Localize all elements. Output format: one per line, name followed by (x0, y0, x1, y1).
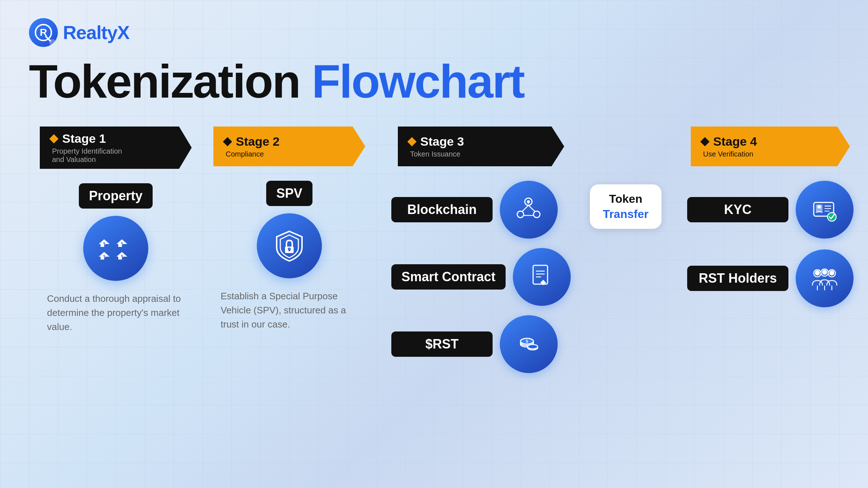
stage-3-rst-row: $RST $ (391, 315, 571, 373)
stage-1-icon: $ $ $ $ (83, 216, 148, 281)
stage-1-badge: Stage 1 Property Identificationand Valua… (40, 127, 192, 169)
stage-3-blockchain-icon: $ (500, 181, 558, 239)
stage-3-badge: Stage 3 Token Issuance (398, 127, 564, 166)
svg-text:$: $ (526, 339, 528, 343)
stage-1-item-label: Property (79, 183, 153, 209)
stage-4-number: Stage 4 (702, 134, 757, 149)
stage-1-column: Stage 1 Property Identificationand Valua… (29, 127, 203, 334)
stage-3-blockchain-row: Blockchain $ (391, 181, 571, 239)
svg-rect-32 (533, 265, 548, 284)
svg-marker-38 (543, 280, 546, 284)
stage-1-description: Conduct a thorough appraisal to determin… (47, 292, 184, 334)
logo-icon: R (29, 18, 58, 47)
logo-text: RealtyX (63, 22, 129, 43)
stage-4-badge: Stage 4 Use Verification (691, 127, 850, 166)
stage-3-smart-contract-row: Smart Contract (391, 248, 571, 306)
token-transfer-bubble: Token Transfer (590, 184, 661, 229)
stage-2-badge: Stage 2 Compliance (213, 127, 365, 166)
stage-3-rst-icon: $ (500, 315, 558, 373)
stage-4-kyc-row: KYC (687, 181, 854, 239)
svg-text:$: $ (121, 254, 123, 257)
stage-1-number: Stage 1 (51, 132, 106, 146)
stage-3-items: Blockchain $ (391, 181, 571, 378)
stage-2-number: Stage 2 (224, 134, 280, 149)
svg-point-23 (288, 248, 290, 250)
logo: R RealtyX (29, 18, 839, 47)
stage-3-column: Stage 3 Token Issuance Blockchain $ (376, 127, 586, 378)
svg-marker-37 (540, 280, 543, 284)
stage-3-blockchain-label: Blockchain (391, 197, 493, 222)
flowchart: Stage 1 Property Identificationand Valua… (29, 127, 839, 378)
stage-3-number: Stage 3 (409, 134, 464, 149)
svg-point-31 (527, 200, 530, 203)
stage-3-smart-contract-label: Smart Contract (391, 264, 506, 290)
svg-point-26 (517, 211, 524, 218)
svg-point-55 (822, 270, 827, 275)
stage-2-item-label: SPV (266, 181, 312, 206)
svg-text:$: $ (103, 241, 105, 245)
stage-2-subtitle: Compliance (224, 150, 264, 158)
svg-point-53 (815, 270, 820, 275)
stage-4-items: KYC (687, 181, 854, 312)
stage-3-rst-label: $RST (391, 331, 493, 357)
stage-4-rst-holders-icon (796, 249, 854, 307)
stage-1-subtitle: Property Identificationand Valuation (51, 147, 122, 164)
page-title: Tokenization Flowchart (29, 58, 839, 105)
stage-3-subtitle: Token Issuance (409, 150, 460, 158)
svg-line-28 (522, 205, 528, 211)
stage-4-subtitle: Use Verification (702, 150, 753, 158)
svg-point-27 (533, 211, 540, 218)
svg-point-47 (817, 205, 821, 209)
stage-4-rst-holders-label: RST Holders (687, 266, 788, 291)
stage-2-column: Stage 2 Compliance SPV (203, 127, 376, 331)
stage-2-description: Establish a Special Purpose Vehicle (SPV… (221, 289, 358, 331)
stage-4-kyc-icon (796, 181, 854, 239)
stage-2-icon (257, 213, 322, 278)
svg-line-29 (528, 205, 535, 211)
stage-4-rst-holders-row: RST Holders (687, 249, 854, 307)
svg-point-44 (528, 344, 538, 349)
svg-point-57 (829, 270, 834, 275)
stage-3-smart-contract-icon (513, 248, 571, 306)
svg-text:$: $ (121, 241, 123, 245)
stage-4-column: Stage 4 Use Verification KYC (665, 127, 868, 312)
stage-4-kyc-label: KYC (687, 197, 788, 222)
svg-text:$: $ (103, 254, 105, 257)
